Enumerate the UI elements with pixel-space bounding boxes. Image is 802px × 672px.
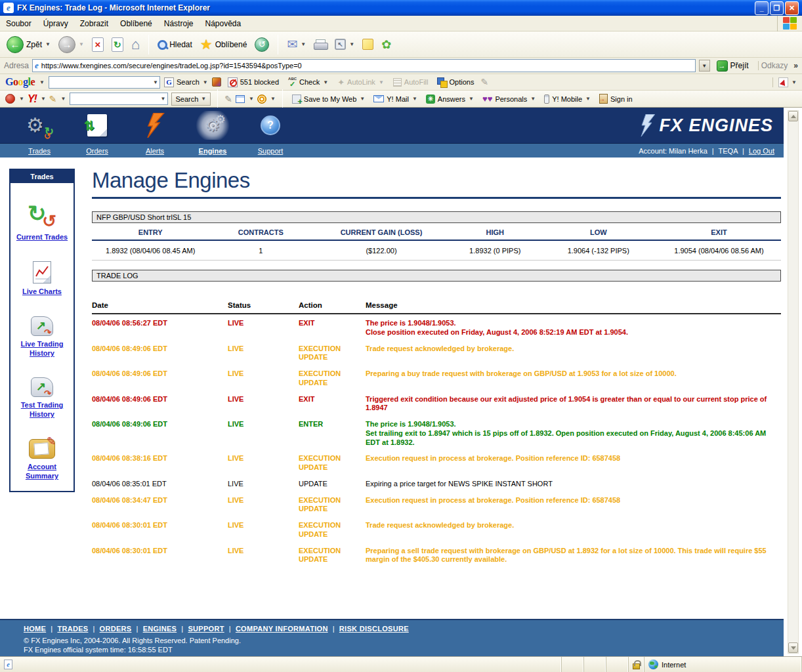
favorites-button[interactable]: ★ Oblíbené <box>198 36 250 52</box>
close-button[interactable]: ✕ <box>785 1 799 15</box>
menu-soubor[interactable]: Soubor <box>0 16 37 31</box>
scroll-up-button[interactable] <box>788 111 798 121</box>
yahoo-personals-button[interactable]: ♥♥ Personals ▼ <box>480 93 538 105</box>
spellcheck-button[interactable]: ABC✓ Check ▼ <box>285 75 331 89</box>
menu-nastroje[interactable]: Nástroje <box>158 16 200 31</box>
refresh-button[interactable]: ↻ <box>109 36 126 53</box>
footer-link-home[interactable]: HOME <box>24 625 46 633</box>
yahoo-search-button[interactable]: Search ▼ <box>171 93 211 106</box>
back-dropdown-icon[interactable]: ▼ <box>45 41 51 47</box>
google-search-input[interactable]: ▼ <box>49 76 160 89</box>
footer-link-trades[interactable]: TRADES <box>46 625 88 633</box>
yahoo-input-dropdown-icon[interactable]: ▼ <box>161 96 166 102</box>
nav-icon-engines[interactable]: ⚙⚙ <box>184 111 242 140</box>
yahoo-tabs-icon[interactable] <box>236 95 245 103</box>
yahoo-mail-dropdown-icon[interactable]: ▼ <box>412 96 417 102</box>
yahoo-search-dropdown-icon[interactable]: ▼ <box>201 96 206 102</box>
sidebar-item-live-charts[interactable]: Live Charts <box>11 261 74 296</box>
save-dropdown-icon[interactable]: ▼ <box>360 96 365 102</box>
print-button[interactable] <box>311 38 329 51</box>
yahoo-messenger-dropdown-icon[interactable]: ▼ <box>19 96 24 102</box>
footer-link-orders[interactable]: ORDERS <box>88 625 131 633</box>
google-logo-dropdown-icon[interactable]: ▼ <box>39 79 45 85</box>
google-input-dropdown-icon[interactable]: ▼ <box>153 79 158 85</box>
yahoo-compose-dropdown-icon[interactable]: ▼ <box>61 96 66 102</box>
nav-tab-trades[interactable]: Trades <box>11 147 68 155</box>
resize-dropdown-icon[interactable]: ▼ <box>349 41 354 47</box>
logout-link[interactable]: Log Out <box>749 147 774 155</box>
google-search-dropdown-icon[interactable]: ▼ <box>203 79 208 85</box>
links-label[interactable]: Odkazy <box>758 61 791 70</box>
highlighter-icon[interactable]: ✎ <box>480 77 488 87</box>
options-button[interactable]: Options <box>434 76 476 88</box>
yahoo-mail-button[interactable]: Y! Mail ▼ <box>371 94 420 104</box>
yahoo-messenger-icon[interactable] <box>5 94 15 104</box>
mail-button[interactable]: ✉ ▼ <box>284 37 308 52</box>
yahoo-pen-icon[interactable]: ✎ <box>224 94 232 104</box>
menu-upravy[interactable]: Úpravy <box>37 16 74 31</box>
pagerank-icon[interactable] <box>212 77 221 87</box>
stop-button[interactable]: × <box>89 36 106 53</box>
nav-icon-trades[interactable]: ⚙↻↺ <box>11 111 68 140</box>
resize-button[interactable]: ↖ ▼ <box>332 37 357 51</box>
scroll-down-button[interactable] <box>788 642 798 653</box>
footer-link-engines[interactable]: ENGINES <box>131 625 177 633</box>
google-logo[interactable]: Google <box>5 76 35 88</box>
menu-napoveda[interactable]: Nápověda <box>199 16 247 31</box>
nav-tab-alerts[interactable]: Alerts <box>126 147 184 155</box>
sidebar-item-current-trades[interactable]: ↻↺ Current Trades <box>11 203 74 242</box>
forward-dropdown-icon[interactable]: ▼ <box>79 41 84 47</box>
adobe-pdf-dropdown-icon[interactable]: ▼ <box>791 79 797 85</box>
menu-zobrazit[interactable]: Zobrazit <box>74 16 114 31</box>
yahoo-logo[interactable]: Y! <box>28 93 37 105</box>
adobe-pdf-icon[interactable] <box>778 77 788 87</box>
minimize-button[interactable]: _ <box>755 1 769 15</box>
search-button[interactable]: Hledat <box>155 39 195 51</box>
yahoo-personals-dropdown-icon[interactable]: ▼ <box>530 96 536 102</box>
yahoo-tabs-dropdown-icon[interactable]: ▼ <box>249 96 254 102</box>
yahoo-mobile-button[interactable]: Y! Mobile ▼ <box>541 93 593 105</box>
history-button[interactable]: ↺ <box>252 36 272 53</box>
col-entry: ENTRY <box>92 224 209 240</box>
yahoo-compose-icon[interactable]: ✎ <box>49 94 57 104</box>
save-to-my-web-button[interactable]: Save to My Web ▼ <box>289 93 368 105</box>
yahoo-bullseye-icon[interactable] <box>257 94 266 104</box>
address-input[interactable]: e https://www.fxengines.com/secure/engin… <box>32 59 696 72</box>
footer-link-company-information[interactable]: COMPANY INFORMATION <box>224 625 328 633</box>
address-dropdown-icon[interactable]: ▼ <box>699 60 710 72</box>
yahoo-bullseye-dropdown-icon[interactable]: ▼ <box>270 96 276 102</box>
menu-oblibene[interactable]: Oblíbené <box>114 16 158 31</box>
mail-dropdown-icon[interactable]: ▼ <box>301 41 306 47</box>
footer-link-support[interactable]: SUPPORT <box>177 625 224 633</box>
popup-blocked-button[interactable]: 551 blocked <box>225 76 282 89</box>
back-button[interactable]: ← Zpět ▼ <box>4 35 53 54</box>
nav-tab-support[interactable]: Support <box>242 147 299 155</box>
autolink-button[interactable]: ✦ AutoLink ▼ <box>335 76 387 89</box>
go-button[interactable]: → Přejít <box>713 60 752 72</box>
notes-button[interactable] <box>360 37 376 51</box>
sidebar-item-test-trading-history[interactable]: ↗↷ Test Trading History <box>11 377 74 419</box>
yahoo-signin-button[interactable]: Sign in <box>597 93 635 105</box>
nav-tab-orders[interactable]: Orders <box>68 147 126 155</box>
home-button[interactable]: ⌂ <box>129 36 142 53</box>
vertical-scrollbar[interactable] <box>788 110 799 654</box>
nav-icon-support[interactable]: ? <box>242 111 299 140</box>
yahoo-logo-dropdown-icon[interactable]: ▼ <box>41 96 46 102</box>
restore-button[interactable]: ❐ <box>770 1 784 15</box>
nav-tab-engines[interactable]: Engines <box>184 147 242 155</box>
yahoo-search-input[interactable]: ▼ <box>70 93 168 105</box>
spellcheck-dropdown-icon[interactable]: ▼ <box>323 79 328 85</box>
yahoo-answers-button[interactable]: ✳ Answers ▼ <box>423 93 476 105</box>
yahoo-mobile-dropdown-icon[interactable]: ▼ <box>585 96 591 102</box>
footer-link-risk-disclosure[interactable]: RISK DISCLOSURE <box>328 625 409 633</box>
links-chevron-icon[interactable]: » <box>793 61 798 70</box>
google-search-button[interactable]: G Search ▼ <box>164 77 208 87</box>
yahoo-answers-dropdown-icon[interactable]: ▼ <box>469 96 474 102</box>
sidebar-item-live-trading-history[interactable]: ↗↷ Live Trading History <box>11 316 74 358</box>
nav-icon-orders[interactable]: ⇅ <box>68 111 126 140</box>
nav-icon-alerts[interactable] <box>126 111 184 140</box>
autofill-button[interactable]: AutoFill <box>390 77 431 88</box>
forward-button[interactable]: → ▼ <box>56 35 87 54</box>
sidebar-item-account-summary[interactable]: ✎ Account Summary <box>11 439 74 481</box>
icq-button[interactable]: ✿ <box>379 37 394 52</box>
